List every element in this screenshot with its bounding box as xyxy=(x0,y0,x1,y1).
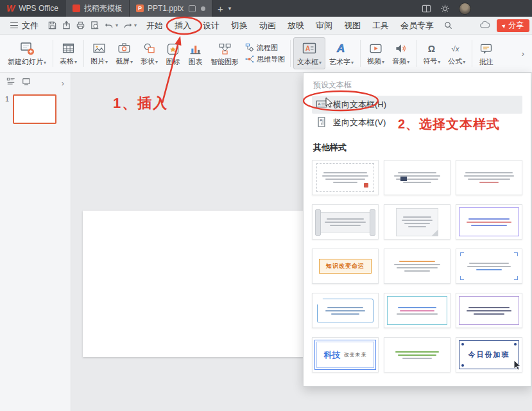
stamp-icon xyxy=(364,183,368,188)
app-logo-zone[interactable]: W WPS Office xyxy=(0,0,66,17)
cloud-sync-icon[interactable] xyxy=(479,20,490,31)
textbox-style-thumb-5[interactable] xyxy=(384,204,450,240)
textbox-style-thumb-15[interactable]: 今日份加班 xyxy=(456,337,522,372)
outline-view-icon[interactable] xyxy=(6,77,15,89)
ribbon-chart[interactable]: 图表 xyxy=(184,39,207,68)
thumbnail-preview-purple-card xyxy=(459,296,519,325)
svg-text:A: A xyxy=(320,118,323,122)
thumbnail-preview-dashed-card xyxy=(316,163,374,192)
menu-item-insert[interactable]: 插入 xyxy=(169,17,197,34)
ribbon-label: 图片▾ xyxy=(90,57,108,66)
thumbnail-preview-page-curl xyxy=(396,208,438,236)
textbox-style-thumb-13[interactable]: 科技 改变未来 xyxy=(312,337,379,372)
menu-item-slideshow[interactable]: 放映 xyxy=(282,17,310,34)
ribbon-label: 文本框▾ xyxy=(297,58,322,67)
ribbon-new-slide[interactable]: 新建幻灯片▾ xyxy=(4,37,50,69)
new-slide-icon xyxy=(19,40,35,57)
menu-item-view[interactable]: 视图 xyxy=(338,17,366,34)
save-button[interactable] xyxy=(47,21,57,30)
textbox-dropdown-panel: 预设文本框 A 横向文本框(H) A 竖向文本框(V) 其他样式 xyxy=(303,73,531,387)
dropdown-vertical-textbox[interactable]: A 竖向文本框(V) xyxy=(312,114,522,132)
caret-icon: ▾ xyxy=(382,59,384,65)
textbox-style-thumb-8[interactable] xyxy=(384,249,450,284)
menu-item-transition[interactable]: 切换 xyxy=(225,17,253,34)
window-layout-icon[interactable] xyxy=(422,4,431,13)
textbox-style-thumb-10[interactable] xyxy=(312,293,379,328)
textbox-style-thumb-9[interactable] xyxy=(456,249,522,284)
ribbon-smartart[interactable]: 智能图形 xyxy=(207,39,243,68)
ribbon-separator xyxy=(360,40,361,67)
ribbon-textbox[interactable]: A 文本框▾ xyxy=(293,37,325,69)
thumbnail-preview-purple-frame xyxy=(459,207,519,236)
slide-view-icon[interactable] xyxy=(22,77,31,89)
textbox-style-thumb-11[interactable] xyxy=(384,293,450,328)
menu-item-tools[interactable]: 工具 xyxy=(366,17,395,34)
print-button[interactable] xyxy=(76,21,85,30)
textbox-style-thumb-3[interactable] xyxy=(456,160,522,195)
ribbon-comment[interactable]: 批注 xyxy=(475,39,497,68)
ribbon-formula[interactable]: √x 公式▾ xyxy=(444,39,469,69)
ribbon-label: 思维导图 xyxy=(257,55,285,64)
ribbon-flowchart[interactable]: 流程图 xyxy=(245,43,285,53)
ribbon-image[interactable]: 图片▾ xyxy=(87,39,112,69)
redo-button[interactable]: ▾ xyxy=(123,21,137,30)
textbox-style-thumb-7[interactable]: 知识改变命运 xyxy=(312,249,379,284)
new-tab-button[interactable]: + xyxy=(212,3,228,14)
ribbon-icon-library[interactable]: 图标 xyxy=(162,39,184,68)
ribbon-wordart[interactable]: A 艺术字▾ xyxy=(325,37,357,69)
tab-list-caret-icon[interactable]: ▾ xyxy=(228,5,236,12)
caret-icon: ▾ xyxy=(130,59,133,65)
menu-item-design[interactable]: 设计 xyxy=(197,17,225,34)
settings-gear-icon[interactable] xyxy=(440,4,450,13)
print-preview-button[interactable] xyxy=(90,21,99,30)
undo-button[interactable]: ▾ xyxy=(104,21,118,30)
tab-document[interactable]: P PPT1.pptx xyxy=(130,0,212,17)
ribbon-shapes[interactable]: 形状▾ xyxy=(137,39,162,69)
menu-item-animation[interactable]: 动画 xyxy=(253,17,282,34)
tab-docer-template[interactable]: 找稻壳模板 xyxy=(66,0,130,17)
ribbon-video[interactable]: 视频▾ xyxy=(363,39,388,69)
textbox-style-thumb-14[interactable] xyxy=(384,337,450,372)
thumbnail-preview-blue-tag xyxy=(317,299,373,323)
search-icon[interactable] xyxy=(443,21,453,30)
wordart-icon: A xyxy=(333,40,350,57)
docer-icon xyxy=(73,4,80,12)
textbox-style-thumb-12[interactable] xyxy=(456,293,522,328)
menu-item-home[interactable]: 开始 xyxy=(141,17,169,34)
ribbon-screenshot[interactable]: 截屏▾ xyxy=(112,39,137,69)
wps-window: W WPS Office 找稻壳模板 P PPT1.pptx + ▾ xyxy=(0,0,532,411)
ribbon-separator xyxy=(53,40,53,67)
ribbon-label: 智能图形 xyxy=(210,58,239,66)
menu-item-member[interactable]: 会员专享 xyxy=(395,17,440,34)
ribbon-label: 符号▾ xyxy=(423,57,440,66)
ribbon-label: 截屏▾ xyxy=(116,57,133,66)
ribbon-more-chevron[interactable]: › xyxy=(518,49,528,58)
user-avatar[interactable] xyxy=(459,3,471,15)
ribbon-mindmap[interactable]: 思维导图 xyxy=(245,55,285,64)
textbox-style-thumb-4[interactable] xyxy=(312,204,379,240)
ribbon-audio[interactable]: 音频▾ xyxy=(388,39,413,69)
tab-session-icon[interactable] xyxy=(189,5,196,12)
file-menu-button[interactable]: 文件 xyxy=(4,17,45,34)
share-button[interactable]: 分享 xyxy=(497,19,529,32)
textbox-style-thumb-6[interactable] xyxy=(456,204,522,240)
ribbon-symbol[interactable]: Ω 符号▾ xyxy=(419,39,444,69)
textbox-style-thumb-1[interactable] xyxy=(312,160,379,195)
ribbon-table[interactable]: 表格▾ xyxy=(56,39,81,69)
dropdown-item-label: 竖向文本框(V) xyxy=(333,117,386,128)
ribbon-label: 艺术字▾ xyxy=(329,58,354,67)
thumbnail-preview-navy-frame: 今日份加班 xyxy=(459,340,519,369)
caret-icon: ▾ xyxy=(44,60,46,66)
slide-1-thumbnail[interactable] xyxy=(13,94,56,124)
slide-canvas[interactable] xyxy=(83,211,304,357)
menu-item-review[interactable]: 审阅 xyxy=(310,17,338,34)
export-button[interactable] xyxy=(62,21,71,30)
slide-list-item-1[interactable]: 1 xyxy=(0,92,71,127)
panel-collapse-chevron-icon[interactable]: › xyxy=(62,78,64,88)
tab-close-icon[interactable] xyxy=(201,6,205,11)
share-arrow-icon xyxy=(502,23,507,28)
share-label: 分享 xyxy=(508,20,524,31)
caret-icon: ▾ xyxy=(438,59,440,65)
textbox-style-thumb-2[interactable] xyxy=(384,160,450,195)
dropdown-horizontal-textbox[interactable]: A 横向文本框(H) xyxy=(312,96,522,114)
